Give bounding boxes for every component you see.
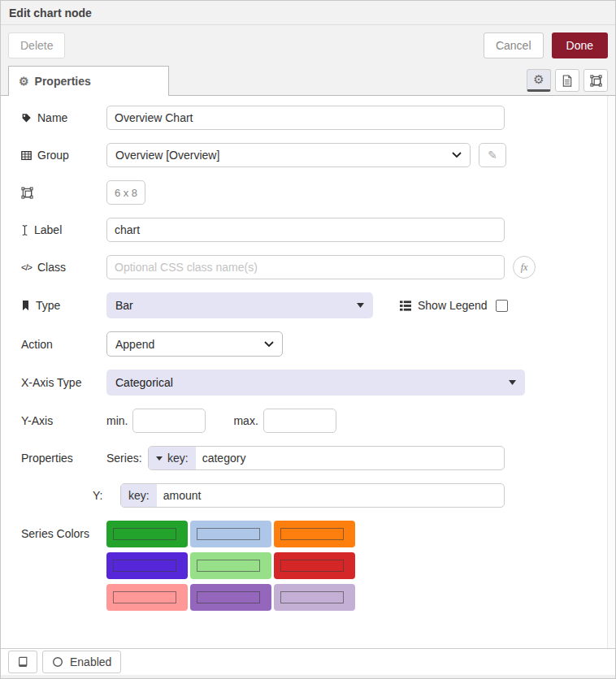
properties-label: Properties [21, 452, 73, 465]
code-icon: </> [21, 262, 32, 272]
color-input[interactable] [113, 591, 176, 603]
type-label: Type [36, 299, 60, 312]
properties-icon-button[interactable]: ⚙ [527, 69, 551, 92]
gear-icon: ⚙ [19, 75, 29, 88]
pencil-icon: ✎ [488, 149, 497, 162]
book-icon [17, 656, 28, 668]
action-label: Action [21, 338, 53, 351]
y-axis-label: Y-Axis [21, 414, 53, 427]
caret-down-icon [156, 456, 163, 461]
size-icon [21, 187, 33, 199]
class-fx-button[interactable]: fx [513, 256, 536, 279]
dialog-header: Edit chart node [1, 1, 615, 25]
x-axis-label: X-Axis Type [21, 376, 81, 389]
dialog-toolbar: Delete Cancel Done [1, 25, 615, 66]
y-key-label: key: [128, 489, 150, 502]
y-key-value[interactable]: amount [157, 484, 208, 507]
size-row: 6 x 8 [21, 180, 595, 205]
tab-properties-label: Properties [35, 75, 91, 88]
y-typed-input[interactable]: key: amount [120, 483, 505, 508]
series-color-swatch-2[interactable] [190, 521, 271, 547]
y-min-input[interactable] [132, 409, 206, 433]
chevron-down-icon [452, 152, 462, 158]
tab-bar: ⚙ Properties ⚙ [1, 66, 615, 96]
show-legend-checkbox[interactable] [496, 300, 508, 312]
delete-button[interactable]: Delete [8, 32, 65, 58]
color-input[interactable] [113, 528, 176, 540]
y-property-row: Y: key: amount [93, 483, 595, 508]
caret-down-icon [357, 303, 364, 308]
color-input[interactable] [280, 560, 344, 572]
series-color-swatch-8[interactable] [190, 584, 271, 611]
y-property-label: Y: [93, 489, 120, 502]
chart-type-selected-value: Bar [115, 299, 133, 312]
group-selected-value: Overview [Overview] [115, 149, 219, 162]
series-color-swatch-7[interactable] [106, 584, 188, 611]
bookmark-icon [21, 300, 30, 311]
name-label: Name [37, 111, 67, 124]
color-input[interactable] [197, 560, 260, 572]
document-icon [562, 75, 572, 87]
description-icon-button[interactable] [555, 69, 579, 92]
series-key-label: key: [167, 452, 189, 465]
label-input[interactable] [106, 218, 505, 242]
series-color-swatch-1[interactable] [106, 521, 188, 547]
name-row: Name [21, 106, 595, 130]
series-color-swatch-4[interactable] [106, 552, 188, 579]
group-label: Group [37, 149, 69, 162]
color-input[interactable] [197, 591, 260, 603]
label-field-label: Label [34, 223, 62, 236]
y-key-type-button[interactable]: key: [121, 484, 157, 507]
dialog-footer: Enabled [1, 648, 615, 675]
series-property-row: Properties Series: key: category [21, 446, 595, 470]
chart-type-select[interactable]: Bar [106, 292, 373, 318]
scrollbar[interactable] [607, 96, 615, 648]
show-legend-group: Show Legend [400, 299, 508, 312]
action-selected-value: Append [115, 338, 154, 351]
size-button[interactable]: 6 x 8 [106, 180, 145, 205]
color-input[interactable] [280, 528, 344, 540]
class-input[interactable] [106, 255, 505, 279]
action-row: Action Append [21, 331, 595, 357]
object-group-icon [590, 75, 602, 87]
series-color-swatch-5[interactable] [190, 552, 271, 579]
cancel-button[interactable]: Cancel [484, 32, 544, 58]
enabled-toggle-button[interactable]: Enabled [42, 651, 121, 673]
color-input[interactable] [280, 591, 344, 603]
dialog-bottom-strip [1, 675, 615, 678]
edit-group-button[interactable]: ✎ [479, 143, 506, 167]
series-color-swatch-3[interactable] [274, 521, 355, 547]
edit-chart-node-dialog: Edit chart node Delete Cancel Done ⚙ Pro… [0, 0, 616, 679]
i-cursor-icon [21, 224, 28, 236]
appearance-icon-button[interactable] [583, 69, 608, 92]
action-select[interactable]: Append [106, 331, 283, 357]
y-axis-row: Y-Axis min. max. [21, 409, 595, 433]
color-input[interactable] [113, 560, 176, 572]
tab-icon-group: ⚙ [527, 69, 608, 92]
name-input[interactable] [106, 106, 505, 130]
x-axis-type-select[interactable]: Categorical [106, 370, 525, 396]
caret-down-icon [509, 380, 516, 385]
tab-properties[interactable]: ⚙ Properties [8, 66, 169, 96]
x-axis-row: X-Axis Type Categorical [21, 370, 595, 396]
series-key-value[interactable]: category [196, 447, 253, 469]
label-row: Label [21, 218, 595, 242]
color-input[interactable] [197, 528, 260, 540]
docs-button[interactable] [8, 651, 37, 673]
y-min-label: min. [106, 414, 128, 427]
series-color-swatch-6[interactable] [274, 552, 355, 579]
series-color-swatch-9[interactable] [274, 584, 355, 611]
list-icon [400, 301, 411, 311]
table-icon [21, 150, 32, 161]
series-colors-row: Series Colors [21, 521, 595, 611]
series-typed-input[interactable]: key: category [148, 446, 505, 470]
y-max-label: max. [233, 414, 258, 427]
series-type-button[interactable]: key: [149, 447, 196, 469]
y-max-input[interactable] [263, 409, 336, 433]
type-row: Type Bar Show Legend [21, 292, 595, 318]
tag-icon [21, 113, 32, 123]
done-button[interactable]: Done [552, 32, 608, 58]
group-select[interactable]: Overview [Overview] [106, 143, 471, 167]
dialog-title: Edit chart node [9, 6, 92, 19]
series-colors-label: Series Colors [21, 527, 89, 540]
